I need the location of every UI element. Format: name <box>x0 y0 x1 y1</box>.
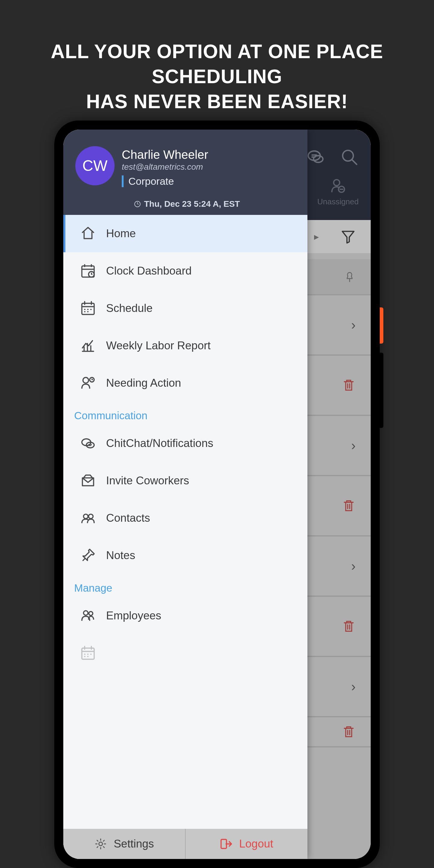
section-communication: Communication <box>63 402 307 425</box>
menu-label: Clock Dashboard <box>106 265 192 277</box>
timestamp: Thu, Dec 23 5:24 A, EST <box>75 199 299 209</box>
menu-schedule[interactable]: Schedule <box>63 290 307 327</box>
employees-icon <box>80 608 96 624</box>
user-email: test@altametrics.com <box>122 162 208 172</box>
envelope-icon <box>80 473 96 489</box>
menu-invite-coworkers[interactable]: Invite Coworkers <box>63 462 307 499</box>
menu-label: Home <box>106 227 136 240</box>
menu-weekly-labor-report[interactable]: Weekly Labor Report <box>63 327 307 364</box>
menu-notes[interactable]: Notes <box>63 537 307 574</box>
menu-label: Weekly Labor Report <box>106 339 211 352</box>
chat-icon <box>80 435 96 451</box>
settings-label: Settings <box>114 838 154 850</box>
clock-dashboard-icon <box>80 263 96 279</box>
menu-chitchat[interactable]: ChitChat/Notifications <box>63 425 307 462</box>
side-button-power <box>380 307 383 344</box>
logout-icon <box>220 838 232 850</box>
menu-contacts[interactable]: Contacts <box>63 499 307 537</box>
menu-label: ChitChat/Notifications <box>106 437 213 450</box>
drawer-footer: Settings Logout <box>63 829 307 859</box>
logout-button[interactable]: Logout <box>185 829 307 859</box>
calendar-icon <box>80 301 96 316</box>
phone-screen: Unassigned ▸ › rs › <box>63 130 371 859</box>
logout-label: Logout <box>239 838 273 850</box>
menu-needing-action[interactable]: Needing Action <box>63 364 307 402</box>
chart-icon <box>80 338 96 353</box>
pin-icon <box>80 548 96 563</box>
person-action-icon <box>80 375 96 391</box>
menu-home[interactable]: Home <box>63 215 307 252</box>
menu-employees[interactable]: Employees <box>63 597 307 634</box>
menu-label: Employees <box>106 610 161 622</box>
menu-clock-dashboard[interactable]: Clock Dashboard <box>63 252 307 290</box>
navigation-drawer: CW Charlie Wheeler test@altametrics.com … <box>63 130 307 859</box>
calendar-icon <box>80 645 96 661</box>
contacts-icon <box>80 510 96 526</box>
user-role: Corporate <box>122 176 208 187</box>
phone-frame: Unassigned ▸ › rs › <box>54 121 380 868</box>
section-manage: Manage <box>63 574 307 597</box>
drawer-menu: Home Clock Dashboard Schedule Weekly Lab… <box>63 215 307 829</box>
menu-label: Contacts <box>106 512 150 524</box>
settings-button[interactable]: Settings <box>63 829 185 859</box>
avatar[interactable]: CW <box>75 146 115 185</box>
side-button-volume <box>380 352 383 428</box>
menu-label: Schedule <box>106 302 153 315</box>
promo-headline: ALL YOUR OPTION AT ONE PLACE SCHEDULING … <box>0 0 434 115</box>
home-icon <box>80 226 96 241</box>
clock-icon <box>134 200 141 208</box>
user-name: Charlie Wheeler <box>122 148 208 161</box>
drawer-header: CW Charlie Wheeler test@altametrics.com … <box>63 130 307 215</box>
menu-label: Needing Action <box>106 377 181 390</box>
menu-label: Notes <box>106 549 135 562</box>
gear-icon <box>94 838 107 850</box>
menu-label: Invite Coworkers <box>106 474 189 487</box>
menu-more[interactable] <box>63 634 307 664</box>
